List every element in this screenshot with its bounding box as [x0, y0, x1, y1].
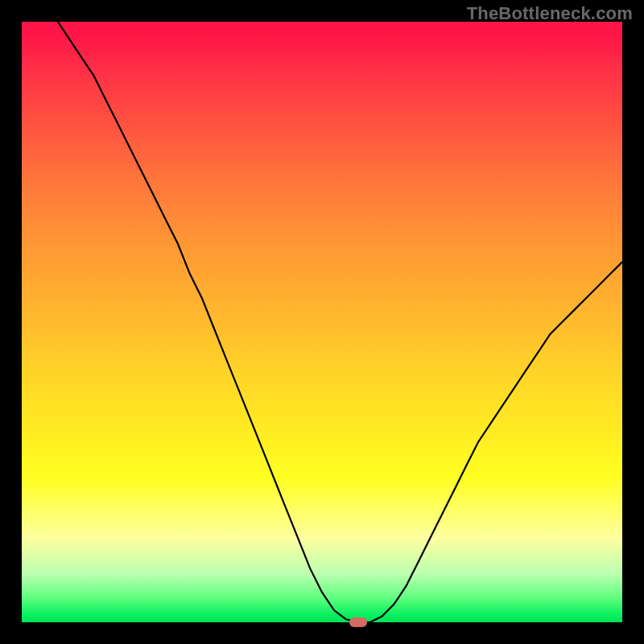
chart-frame: TheBottleneck.com	[0, 0, 644, 644]
watermark-text: TheBottleneck.com	[467, 3, 633, 24]
curve-line	[58, 22, 622, 622]
bottleneck-curve	[22, 22, 622, 622]
plot-area	[22, 22, 622, 622]
optimal-point-marker	[349, 617, 367, 627]
